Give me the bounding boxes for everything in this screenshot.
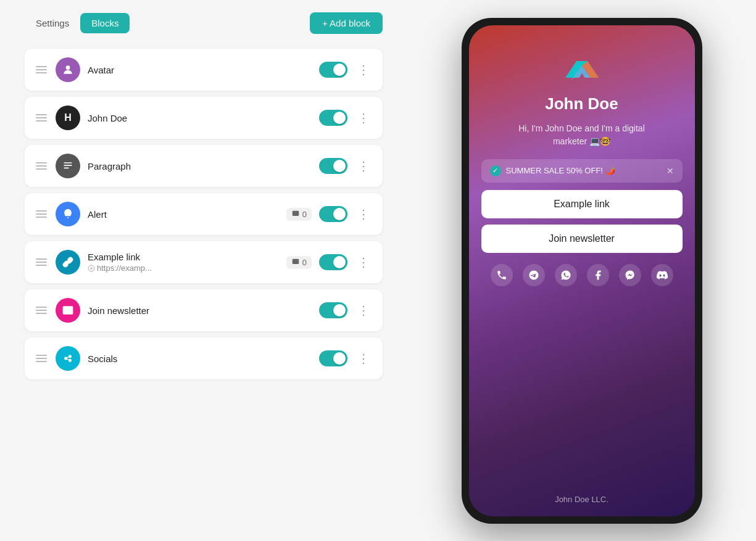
alert-controls: 0 ⋮ — [286, 206, 373, 222]
drag-handle[interactable] — [35, 209, 48, 219]
svg-rect-1 — [64, 162, 72, 163]
right-panel: John Doe Hi, I'm John Doe and I'm a digi… — [407, 0, 756, 541]
tabs-left: Settings Blocks — [25, 13, 130, 33]
socials-more-button[interactable]: ⋮ — [355, 352, 373, 365]
alert-badge-count: 0 — [302, 210, 307, 219]
social-icon-phone[interactable] — [491, 264, 513, 286]
phone-name: John Doe — [545, 94, 618, 114]
alert-block-icon — [56, 202, 80, 226]
avatar-label: Avatar — [88, 65, 312, 75]
socials-controls: ⋮ — [319, 350, 373, 366]
drag-handle[interactable] — [35, 305, 48, 315]
avatar-toggle[interactable] — [319, 62, 347, 78]
john-doe-block-icon: H — [56, 105, 80, 130]
paragraph-toggle[interactable] — [319, 158, 347, 174]
alert-more-button[interactable]: ⋮ — [355, 208, 373, 220]
block-row-join-newsletter: Join newsletter ⋮ — [25, 289, 383, 331]
avatar-more-button[interactable]: ⋮ — [355, 64, 373, 76]
block-row-paragraph: Paragraph ⋮ — [25, 145, 383, 187]
john-doe-controls: ⋮ — [319, 110, 373, 126]
phone-alert-close[interactable]: ✕ — [667, 166, 674, 176]
avatar-controls: ⋮ — [319, 62, 373, 78]
svg-point-8 — [64, 357, 67, 360]
socials-label-area: Socials — [88, 353, 312, 364]
svg-rect-3 — [64, 168, 69, 169]
blocks-list: Avatar ⋮ H John Doe — [25, 49, 383, 379]
alert-badge: 0 — [286, 208, 312, 221]
tab-settings[interactable]: Settings — [25, 13, 80, 33]
join-newsletter-label-area: Join newsletter — [88, 305, 312, 316]
example-link-badge-count: 0 — [302, 258, 307, 267]
left-panel: Settings Blocks + Add block Avatar ⋮ — [0, 0, 407, 541]
social-icon-whatsapp[interactable] — [555, 264, 577, 286]
example-link-badge: 0 — [286, 256, 312, 269]
phone-frame: John Doe Hi, I'm John Doe and I'm a digi… — [462, 18, 702, 524]
example-link-controls: 0 ⋮ — [286, 254, 373, 270]
phone-alert-left: ✓ SUMMER SALE 50% OFF! 🌶️ — [490, 165, 615, 176]
phone-footer: John Doe LLC. — [555, 495, 609, 504]
example-link-block-icon — [56, 250, 80, 275]
header-tabs: Settings Blocks + Add block — [25, 12, 383, 34]
john-doe-toggle[interactable] — [319, 110, 347, 126]
john-doe-more-button[interactable]: ⋮ — [355, 112, 373, 124]
phone-join-newsletter-button[interactable]: Join newsletter — [481, 225, 683, 253]
drag-handle[interactable] — [35, 161, 48, 171]
join-newsletter-controls: ⋮ — [319, 302, 373, 318]
drag-handle[interactable] — [35, 257, 48, 267]
example-link-more-button[interactable]: ⋮ — [355, 256, 373, 268]
phone-example-link-button[interactable]: Example link — [481, 190, 683, 218]
phone-screen: John Doe Hi, I'm John Doe and I'm a digi… — [469, 25, 695, 516]
example-link-toggle[interactable] — [319, 254, 347, 270]
social-icon-discord[interactable] — [651, 264, 673, 286]
phone-alert: ✓ SUMMER SALE 50% OFF! 🌶️ ✕ — [481, 159, 683, 183]
join-newsletter-block-icon — [56, 298, 80, 323]
avatar-block-icon — [56, 57, 80, 82]
svg-point-0 — [66, 65, 70, 70]
example-link-sublabel: https://examp... — [88, 263, 279, 273]
socials-toggle[interactable] — [319, 350, 347, 366]
socials-label: Socials — [88, 353, 312, 364]
paragraph-label-area: Paragraph — [88, 161, 312, 171]
phone-alert-text: SUMMER SALE 50% OFF! 🌶️ — [506, 166, 615, 175]
svg-point-9 — [69, 355, 72, 358]
paragraph-controls: ⋮ — [319, 158, 373, 174]
block-row-avatar: Avatar ⋮ — [25, 49, 383, 91]
join-newsletter-label: Join newsletter — [88, 305, 312, 316]
block-row-example-link: Example link https://examp... 0 ⋮ — [25, 241, 383, 283]
alert-check-icon: ✓ — [490, 165, 501, 176]
add-block-button[interactable]: + Add block — [310, 12, 383, 34]
block-row-john-doe: H John Doe ⋮ — [25, 97, 383, 139]
social-icon-messenger[interactable] — [619, 264, 641, 286]
paragraph-more-button[interactable]: ⋮ — [355, 160, 373, 172]
drag-handle[interactable] — [35, 353, 48, 363]
drag-handle[interactable] — [35, 113, 48, 123]
social-icon-telegram[interactable] — [523, 264, 545, 286]
svg-rect-2 — [64, 165, 72, 166]
example-link-label-area: Example link https://examp... — [88, 252, 279, 273]
drag-handle[interactable] — [35, 65, 48, 75]
avatar-label-area: Avatar — [88, 65, 312, 75]
block-row-socials: Socials ⋮ — [25, 337, 383, 379]
alert-toggle[interactable] — [319, 206, 347, 222]
tab-blocks[interactable]: Blocks — [80, 13, 130, 33]
join-newsletter-more-button[interactable]: ⋮ — [355, 304, 373, 316]
phone-socials — [491, 264, 673, 286]
paragraph-block-icon — [56, 154, 80, 178]
social-icon-facebook[interactable] — [587, 264, 609, 286]
john-doe-label-area: John Doe — [88, 113, 312, 123]
socials-block-icon — [56, 346, 80, 371]
alert-label: Alert — [88, 209, 279, 220]
join-newsletter-toggle[interactable] — [319, 302, 347, 318]
svg-point-10 — [69, 359, 72, 362]
block-row-alert: Alert 0 ⋮ — [25, 193, 383, 235]
phone-logo — [560, 50, 604, 94]
alert-label-area: Alert — [88, 209, 279, 220]
paragraph-label: Paragraph — [88, 161, 312, 171]
example-link-label: Example link — [88, 252, 279, 262]
john-doe-label: John Doe — [88, 113, 312, 123]
phone-bio: Hi, I'm John Doe and I'm a digitalmarket… — [518, 122, 645, 148]
